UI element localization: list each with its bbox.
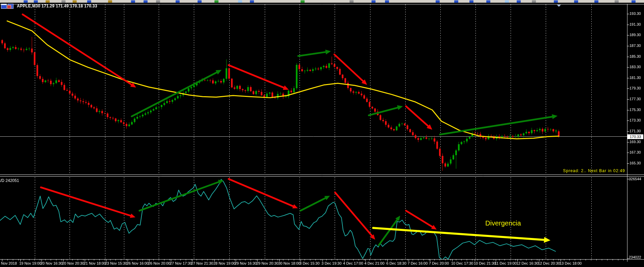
time-axis-label: 13 Dec 18:00 (560, 261, 582, 265)
chart-type-icon[interactable] (1, 4, 7, 9)
time-axis-label: 30 Nov 18:00 (278, 261, 300, 265)
window-cascade-icon[interactable] (8, 4, 14, 9)
indicator-scale-max: 326544 (629, 177, 641, 181)
time-axis-label: 20 Nov 20:30 (62, 261, 84, 265)
time-axis-label: 26 Nov 16:00 (127, 261, 149, 265)
price-axis-label: 187.30 (629, 44, 641, 48)
price-axis-label: 181.30 (629, 76, 641, 80)
price-axis-label: 173.30 (629, 118, 641, 122)
symbol-ohlc-title: APPLE,M30 171.29 171.49 170.18 170.33 (17, 4, 97, 8)
time-axis-label: 12 Dec 16:30 (516, 261, 538, 265)
price-axis-label: 169.30 (629, 140, 641, 144)
spread-status-text: Spread: 2.. Next Bar in 02:49 (563, 168, 625, 173)
time-axis-label: 3 Dec 19:30 (321, 261, 341, 265)
time-axis-label: 11 Dec 19:00 (495, 261, 517, 265)
time-axis-label: 10 Dec 17:30 (451, 261, 473, 265)
price-axis-label: 177.30 (629, 97, 641, 101)
chart-title-bar: APPLE,M30 171.29 171.49 170.18 170.33 (0, 3, 97, 9)
time-axis-label: 23 Nov 15:30 (105, 261, 127, 265)
divergence-annotation: Divergencia (485, 219, 521, 227)
chart-canvas[interactable] (0, 0, 644, 267)
current-price-badge: 170.33 (627, 134, 643, 139)
time-axis-label: 29 Nov 20:30 (256, 261, 278, 265)
time-axis-label: 7 Dec 20:00 (429, 261, 449, 265)
price-axis-label: 167.30 (629, 150, 641, 154)
mt4-chart-window: APPLE,M30 171.29 171.49 170.18 170.33 19… (0, 0, 644, 267)
time-axis-label: 3 Dec 15:30 (300, 261, 319, 265)
time-axis-label: 12 Dec 20:30 (538, 261, 560, 265)
time-axis-label: 29 Nov 16:30 (235, 261, 257, 265)
indicator-scale-min: 234022 (629, 255, 641, 259)
time-axis-label: 28 Nov 19:00 (213, 261, 235, 265)
price-axis-label: 179.30 (629, 86, 641, 90)
time-axis-label: 10 Dec 21:30 (474, 261, 496, 265)
time-axis-label: 27 Nov 21:30 (191, 261, 213, 265)
time-axis-label: 27 Nov 17:30 (170, 261, 192, 265)
time-axis-label: 4 Dec 17:00 (343, 261, 363, 265)
price-axis-label: 185.30 (629, 54, 641, 58)
time-axis-label: Nov 2018 (1, 261, 17, 265)
price-axis-label: 191.30 (629, 22, 641, 26)
time-axis-label: 4 Dec 21:00 (364, 261, 384, 265)
price-axis-label: 183.30 (629, 65, 641, 69)
indicator-label: A/D 242051 (0, 178, 19, 183)
price-axis-label: 165.30 (629, 161, 641, 165)
time-axis-label: 19 Nov 19:00 (19, 261, 41, 265)
time-axis-label: 6 Dec 18:30 (386, 261, 406, 265)
time-axis-label: 20 Nov 16:30 (41, 261, 62, 265)
time-axis-label: 21 Nov 18:00 (84, 261, 106, 265)
price-axis-label: 175.30 (629, 108, 641, 112)
price-axis-label: 189.30 (629, 33, 641, 37)
price-axis-label: 171.30 (629, 129, 641, 133)
price-axis-label: 193.30 (629, 11, 641, 16)
time-axis-label: 7 Dec 16:00 (408, 261, 428, 265)
time-axis-label: 26 Nov 20:00 (148, 261, 170, 265)
